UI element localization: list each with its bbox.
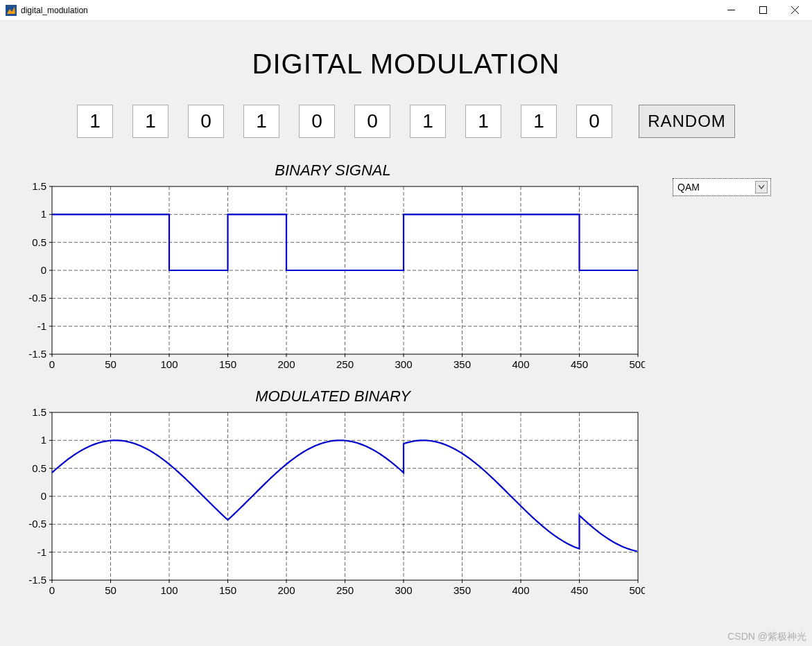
bit-input-7[interactable]: 1 <box>465 105 501 138</box>
bit-input-0[interactable]: 1 <box>77 105 113 138</box>
plot1-axes: 050100150200250300350400450500-1.5-1-0.5… <box>14 181 652 375</box>
bit-input-1[interactable]: 1 <box>132 105 169 138</box>
svg-text:100: 100 <box>160 584 178 596</box>
watermark: CSDN @紫极神光 <box>727 631 806 643</box>
bit-input-5[interactable]: 0 <box>354 105 390 138</box>
modulation-dropdown[interactable]: QAM <box>673 178 771 196</box>
bit-input-4[interactable]: 0 <box>299 105 335 138</box>
svg-text:350: 350 <box>453 584 471 596</box>
svg-text:1.5: 1.5 <box>32 181 46 192</box>
svg-text:1: 1 <box>41 434 46 446</box>
window-minimize-button[interactable] <box>715 0 747 21</box>
svg-text:400: 400 <box>512 584 529 596</box>
bit-input-6[interactable]: 1 <box>410 105 446 138</box>
dropdown-value: QAM <box>677 182 700 193</box>
bit-input-8[interactable]: 1 <box>521 105 557 138</box>
svg-text:-0.5: -0.5 <box>28 292 46 304</box>
svg-text:250: 250 <box>336 584 354 596</box>
window-title: digital_modulation <box>21 6 715 15</box>
svg-text:0: 0 <box>41 490 46 502</box>
svg-text:0.5: 0.5 <box>32 462 46 474</box>
svg-text:400: 400 <box>512 358 529 370</box>
svg-text:150: 150 <box>219 358 236 370</box>
chevron-down-icon <box>755 181 768 193</box>
matlab-app-icon <box>6 5 17 16</box>
svg-text:0.5: 0.5 <box>32 236 46 248</box>
svg-text:0: 0 <box>41 264 46 276</box>
random-button[interactable]: RANDOM <box>639 105 735 138</box>
bit-row: 1 1 0 1 0 0 1 1 1 0 RANDOM <box>0 105 812 138</box>
svg-text:300: 300 <box>395 584 412 596</box>
bit-input-2[interactable]: 0 <box>188 105 224 138</box>
svg-text:500: 500 <box>629 358 645 370</box>
svg-text:250: 250 <box>336 358 354 370</box>
bit-input-3[interactable]: 1 <box>243 105 279 138</box>
svg-text:200: 200 <box>277 358 295 370</box>
svg-text:50: 50 <box>105 584 116 596</box>
window-maximize-button[interactable] <box>747 0 779 21</box>
svg-text:300: 300 <box>395 358 412 370</box>
window-close-button[interactable] <box>779 0 811 21</box>
svg-text:-1.5: -1.5 <box>28 348 46 360</box>
main-title: DIGITAL MODULATION <box>0 21 812 101</box>
svg-text:0: 0 <box>49 584 55 596</box>
titlebar: digital_modulation <box>0 0 812 21</box>
svg-rect-0 <box>6 5 17 16</box>
plot2-title: MODULATED BINARY <box>14 387 652 405</box>
svg-text:500: 500 <box>629 584 645 596</box>
svg-text:1.5: 1.5 <box>32 407 46 418</box>
svg-text:150: 150 <box>219 584 236 596</box>
svg-text:100: 100 <box>160 358 178 370</box>
svg-text:200: 200 <box>277 584 295 596</box>
plot1-title: BINARY SIGNAL <box>14 162 652 180</box>
svg-rect-2 <box>759 7 766 14</box>
svg-text:450: 450 <box>571 584 588 596</box>
svg-text:450: 450 <box>571 358 588 370</box>
svg-text:50: 50 <box>105 358 116 370</box>
figure-content: DIGITAL MODULATION 1 1 0 1 0 0 1 1 1 0 R… <box>0 21 812 646</box>
svg-text:-1: -1 <box>37 320 46 332</box>
svg-text:-1: -1 <box>37 546 46 558</box>
svg-text:0: 0 <box>49 358 55 370</box>
svg-text:350: 350 <box>453 358 471 370</box>
svg-text:-1.5: -1.5 <box>28 574 46 586</box>
bit-input-9[interactable]: 0 <box>576 105 612 138</box>
plot2-axes: 050100150200250300350400450500-1.5-1-0.5… <box>14 407 652 601</box>
svg-text:1: 1 <box>41 208 46 220</box>
svg-text:-0.5: -0.5 <box>28 518 46 530</box>
